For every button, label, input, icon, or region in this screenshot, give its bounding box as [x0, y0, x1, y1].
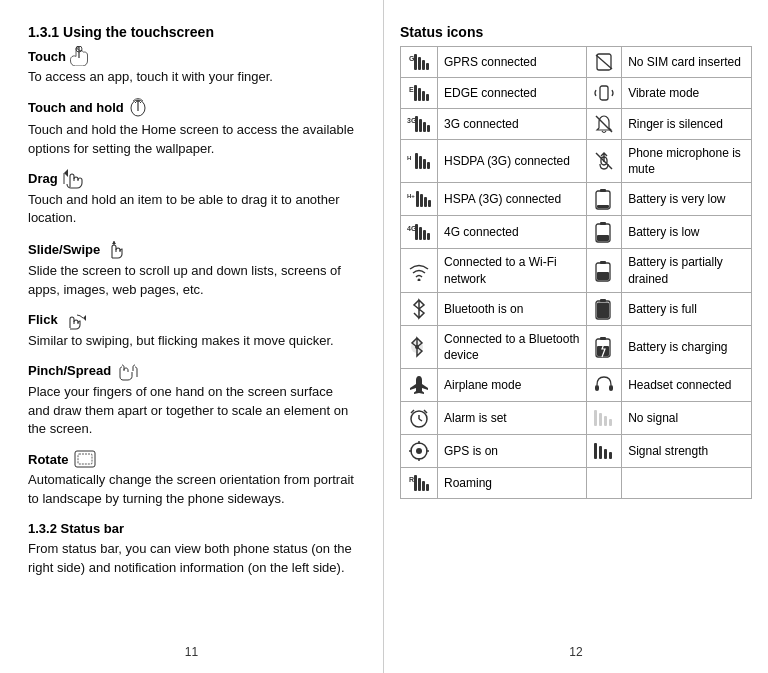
- svg-rect-44: [419, 227, 422, 240]
- left-page-number: 11: [0, 645, 383, 659]
- left-label-cell: 3G connected: [438, 109, 587, 140]
- right-icon-cell: [587, 183, 622, 216]
- right-icon-cell: [587, 292, 622, 325]
- right-icon-cell: [587, 325, 622, 368]
- svg-rect-83: [418, 478, 421, 491]
- svg-point-58: [415, 345, 419, 349]
- drag-icon: [62, 169, 84, 189]
- right-label-cell: Phone microphone is mute: [622, 140, 752, 183]
- left-label-cell: Alarm is set: [438, 402, 587, 435]
- left-label-cell: Airplane mode: [438, 369, 587, 402]
- svg-rect-29: [419, 156, 422, 169]
- table-row: Airplane modeHeadset connected: [401, 369, 752, 402]
- status-icons-table: GGPRS connectedNo SIM card insertedEEDGE…: [400, 46, 752, 499]
- right-icon-cell: [587, 78, 622, 109]
- right-label-cell: Headset connected: [622, 369, 752, 402]
- flick-label: Flick: [28, 312, 58, 327]
- svg-rect-67: [594, 410, 597, 426]
- svg-rect-77: [594, 443, 597, 459]
- right-label-cell: [622, 468, 752, 499]
- svg-rect-80: [609, 452, 612, 459]
- subsection-desc: From status bar, you can view both phone…: [28, 540, 355, 578]
- left-icon-cell: 3G: [401, 109, 438, 140]
- svg-rect-7: [78, 454, 92, 464]
- rotate-desc: Automatically change the screen orientat…: [28, 471, 355, 509]
- right-icon-cell: [587, 216, 622, 249]
- svg-text:H+: H+: [407, 193, 415, 199]
- svg-rect-31: [427, 162, 430, 169]
- left-icon-cell: [401, 292, 438, 325]
- svg-rect-52: [600, 261, 606, 264]
- right-label-cell: Battery is partially drained: [622, 249, 752, 292]
- svg-rect-12: [426, 63, 429, 70]
- svg-rect-28: [415, 153, 418, 169]
- svg-rect-17: [418, 88, 421, 101]
- drag-label: Drag: [28, 171, 58, 186]
- left-label-cell: GPRS connected: [438, 47, 587, 78]
- gesture-slide: Slide/Swipe Slide the screen to scroll u…: [28, 238, 355, 300]
- right-label-cell: Vibrate mode: [622, 78, 752, 109]
- svg-rect-10: [418, 57, 421, 70]
- right-icon-cell: [587, 140, 622, 183]
- svg-rect-24: [423, 122, 426, 132]
- flick-icon: [62, 310, 88, 330]
- right-icon-cell: [587, 468, 622, 499]
- svg-rect-37: [424, 197, 427, 207]
- svg-rect-56: [597, 302, 609, 318]
- left-label-cell: Bluetooth is on: [438, 292, 587, 325]
- svg-rect-62: [595, 385, 599, 391]
- right-icon-cell: [587, 369, 622, 402]
- svg-rect-20: [600, 86, 608, 100]
- svg-rect-55: [600, 299, 606, 302]
- table-row: Alarm is setNo signal: [401, 402, 752, 435]
- svg-rect-35: [416, 191, 419, 207]
- rotate-icon: [72, 449, 98, 469]
- pinch-desc: Place your fingers of one hand on the sc…: [28, 383, 355, 440]
- right-icon-cell: [587, 47, 622, 78]
- touch-hold-label: Touch and hold: [28, 100, 124, 115]
- right-page: Status icons GGPRS connectedNo SIM card …: [384, 0, 768, 673]
- left-page: 1.3.1 Using the touchscreen Touch To acc…: [0, 0, 384, 673]
- svg-rect-22: [415, 116, 418, 132]
- right-icon-cell: [587, 435, 622, 468]
- gesture-rotate: Rotate Automatically change the screen o…: [28, 449, 355, 509]
- left-label-cell: Roaming: [438, 468, 587, 499]
- pinch-icon: [115, 361, 143, 381]
- svg-rect-43: [415, 224, 418, 240]
- touch-label: Touch: [28, 49, 66, 64]
- svg-line-66: [419, 419, 422, 421]
- left-label-cell: Connected to a Wi-Fi network: [438, 249, 587, 292]
- svg-rect-70: [609, 419, 612, 426]
- left-icon-cell: E: [401, 78, 438, 109]
- svg-line-14: [596, 55, 612, 69]
- table-row: H+HSPA (3G) connectedBattery is very low: [401, 183, 752, 216]
- table-row: 3G3G connectedRinger is silenced: [401, 109, 752, 140]
- left-icon-cell: [401, 435, 438, 468]
- left-icon-cell: [401, 249, 438, 292]
- left-label-cell: HSDPA (3G) connected: [438, 140, 587, 183]
- flick-desc: Similar to swiping, but flicking makes i…: [28, 332, 355, 351]
- left-icon-cell: [401, 325, 438, 368]
- left-label-cell: GPS is on: [438, 435, 587, 468]
- table-row: RRoaming: [401, 468, 752, 499]
- right-icon-cell: [587, 109, 622, 140]
- left-icon-cell: G: [401, 47, 438, 78]
- right-label-cell: Ringer is silenced: [622, 109, 752, 140]
- pinch-label: Pinch/Spread: [28, 363, 111, 378]
- svg-text:E: E: [409, 86, 414, 93]
- svg-rect-69: [604, 416, 607, 426]
- svg-rect-85: [426, 484, 429, 491]
- svg-rect-23: [419, 119, 422, 132]
- status-icons-title: Status icons: [400, 24, 752, 40]
- left-label-cell: HSPA (3G) connected: [438, 183, 587, 216]
- table-row: 4G4G connectedBattery is low: [401, 216, 752, 249]
- svg-rect-18: [422, 91, 425, 101]
- right-label-cell: Battery is very low: [622, 183, 752, 216]
- table-row: HHSDPA (3G) connectedPhone microphone is…: [401, 140, 752, 183]
- table-row: Connected to a Bluetooth deviceBattery i…: [401, 325, 752, 368]
- table-row: GPS is onSignal strength: [401, 435, 752, 468]
- slide-label: Slide/Swipe: [28, 242, 100, 257]
- rotate-label: Rotate: [28, 452, 68, 467]
- svg-rect-46: [427, 233, 430, 240]
- left-icon-cell: H+: [401, 183, 438, 216]
